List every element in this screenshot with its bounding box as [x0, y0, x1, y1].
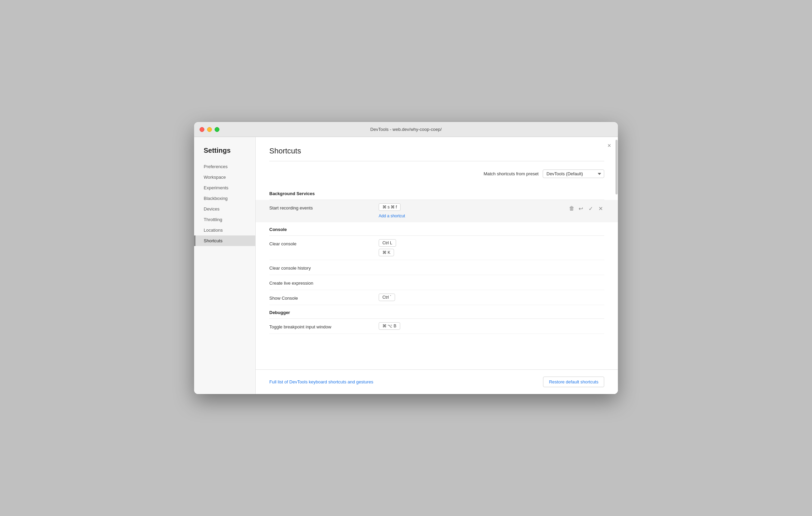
- cancel-shortcut-button[interactable]: ✕: [597, 204, 604, 213]
- shortcut-name-show-console: Show Console: [269, 294, 379, 301]
- section-header-console: Console: [269, 222, 604, 236]
- undo-shortcut-button[interactable]: ↩: [577, 204, 584, 213]
- sidebar-item-locations[interactable]: Locations: [194, 225, 255, 235]
- key-badge-cmd-opt-b: ⌘ ⌥ B: [379, 322, 400, 330]
- section-header-background-services: Background Services: [269, 186, 604, 200]
- sidebar-item-experiments[interactable]: Experiments: [194, 182, 255, 193]
- preset-row: Match shortcuts from preset DevTools (De…: [269, 169, 604, 178]
- shortcut-keys-toggle-breakpoint: ⌘ ⌥ B: [379, 322, 604, 330]
- sidebar-item-devices[interactable]: Devices: [194, 204, 255, 214]
- sidebar: Settings Preferences Workspace Experimen…: [194, 137, 256, 394]
- close-button[interactable]: ×: [607, 142, 611, 149]
- sidebar-item-blackboxing[interactable]: Blackboxing: [194, 193, 255, 204]
- delete-shortcut-button[interactable]: 🗑: [566, 204, 577, 213]
- shortcut-name-create-live-expression: Create live expression: [269, 279, 379, 286]
- key-badge-cmd-s-cmd-f: ⌘ s ⌘ f: [379, 203, 401, 211]
- full-list-link[interactable]: Full list of DevTools keyboard shortcuts…: [269, 379, 373, 384]
- section-header-debugger: Debugger: [269, 305, 604, 319]
- footer: Full list of DevTools keyboard shortcuts…: [256, 369, 618, 394]
- preset-label: Match shortcuts from preset: [484, 171, 539, 176]
- main-scroll-area: Shortcuts Match shortcuts from preset De…: [256, 137, 618, 369]
- shortcut-name-toggle-breakpoint: Toggle breakpoint input window: [269, 322, 379, 329]
- shortcut-name-clear-console-history: Clear console history: [269, 263, 379, 271]
- shortcut-row-create-live-expression: Create live expression: [269, 275, 604, 290]
- shortcut-row-show-console: Show Console Ctrl `: [269, 290, 604, 305]
- maximize-traffic-light[interactable]: [215, 127, 219, 132]
- sidebar-item-throttling[interactable]: Throttling: [194, 214, 255, 225]
- shortcut-keys-clear-console: Ctrl L ⌘ K: [379, 239, 604, 256]
- shortcut-keys-show-console: Ctrl `: [379, 294, 604, 301]
- shortcut-row-toggle-breakpoint: Toggle breakpoint input window ⌘ ⌥ B: [269, 319, 604, 334]
- window-title: DevTools - web.dev/why-coop-coep/: [370, 127, 442, 132]
- shortcut-row-start-recording: Start recording events ⌘ s ⌘ f Add a sho…: [256, 200, 618, 222]
- shortcut-name-clear-console: Clear console: [269, 239, 379, 246]
- restore-defaults-button[interactable]: Restore default shortcuts: [543, 377, 604, 387]
- add-shortcut-link[interactable]: Add a shortcut: [379, 214, 562, 218]
- close-traffic-light[interactable]: [200, 127, 204, 132]
- confirm-shortcut-button[interactable]: ✓: [587, 204, 594, 213]
- action-buttons: ↩ ✓ ✕: [577, 204, 604, 213]
- sidebar-item-shortcuts[interactable]: Shortcuts: [194, 235, 255, 246]
- key-badge-ctrl-backtick: Ctrl `: [379, 294, 395, 301]
- titlebar: DevTools - web.dev/why-coop-coep/: [194, 122, 618, 137]
- shortcut-name-start-recording: Start recording events: [269, 203, 379, 211]
- preset-select[interactable]: DevTools (Default) VS Code: [543, 169, 604, 178]
- key-badge-ctrl-l: Ctrl L: [379, 239, 396, 247]
- app-window: DevTools - web.dev/why-coop-coep/ Settin…: [194, 122, 618, 394]
- page-title: Shortcuts: [269, 147, 604, 161]
- settings-heading: Settings: [194, 147, 255, 161]
- traffic-lights: [200, 127, 219, 132]
- shortcut-row-clear-console: Clear console Ctrl L ⌘ K: [269, 236, 604, 260]
- shortcut-row-actions: 🗑 ↩ ✓ ✕: [566, 203, 604, 213]
- shortcut-keys-start-recording: ⌘ s ⌘ f Add a shortcut: [379, 203, 562, 218]
- minimize-traffic-light[interactable]: [207, 127, 212, 132]
- scrollbar-thumb[interactable]: [615, 140, 618, 194]
- shortcut-row-clear-console-history: Clear console history: [269, 260, 604, 275]
- main-panel: × Shortcuts Match shortcuts from preset …: [256, 137, 618, 394]
- sidebar-item-workspace[interactable]: Workspace: [194, 172, 255, 182]
- key-badge-cmd-k: ⌘ K: [379, 249, 394, 256]
- settings-content: Settings Preferences Workspace Experimen…: [194, 137, 618, 394]
- sidebar-item-preferences[interactable]: Preferences: [194, 161, 255, 172]
- scrollbar-track[interactable]: [615, 137, 618, 394]
